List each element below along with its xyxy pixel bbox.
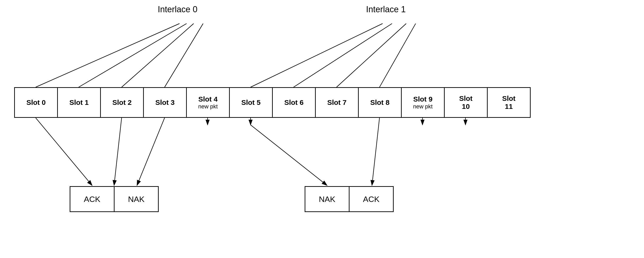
nak-left: NAK <box>114 186 159 212</box>
slot-4: Slot 4 new pkt <box>186 87 230 118</box>
ack-group-right: NAK ACK <box>305 186 394 212</box>
svg-line-7 <box>336 23 406 87</box>
interlace-1-label: Interlace 1 <box>366 4 406 14</box>
slot-7: Slot 7 <box>315 87 359 118</box>
interlace-0-label: Interlace 0 <box>158 4 198 14</box>
svg-line-1 <box>36 23 180 87</box>
slot-row: Slot 0 Slot 1 Slot 2 Slot 3 Slot 4 new p… <box>14 87 531 118</box>
slot-0: Slot 0 <box>14 87 58 118</box>
nak-right: NAK <box>305 186 350 212</box>
slot-2: Slot 2 <box>100 87 144 118</box>
slot-9: Slot 9 new pkt <box>401 87 445 118</box>
slot-3: Slot 3 <box>143 87 187 118</box>
slot-6: Slot 6 <box>272 87 316 118</box>
svg-line-4 <box>164 23 203 87</box>
svg-line-14 <box>137 118 164 185</box>
slot-1: Slot 1 <box>57 87 101 118</box>
ack-group-left: ACK NAK <box>70 186 159 212</box>
slot-5: Slot 5 <box>229 87 273 118</box>
svg-line-5 <box>250 23 382 87</box>
svg-line-15 <box>250 125 327 185</box>
svg-line-13 <box>36 118 92 185</box>
svg-line-3 <box>122 23 194 87</box>
svg-line-6 <box>294 23 392 87</box>
diagram-lines <box>0 0 644 258</box>
diagram-container: Interlace 0 Interlace 1 Slot 0 Slot 1 Sl… <box>0 0 644 258</box>
svg-line-16 <box>372 118 380 185</box>
slot-8: Slot 8 <box>358 87 402 118</box>
svg-line-8 <box>380 23 416 87</box>
svg-line-17 <box>114 118 122 185</box>
svg-line-2 <box>79 23 186 87</box>
ack-left: ACK <box>70 186 114 212</box>
slot-10: Slot 10 <box>444 87 488 118</box>
ack-right: ACK <box>349 186 394 212</box>
slot-11: Slot 11 <box>487 87 531 118</box>
